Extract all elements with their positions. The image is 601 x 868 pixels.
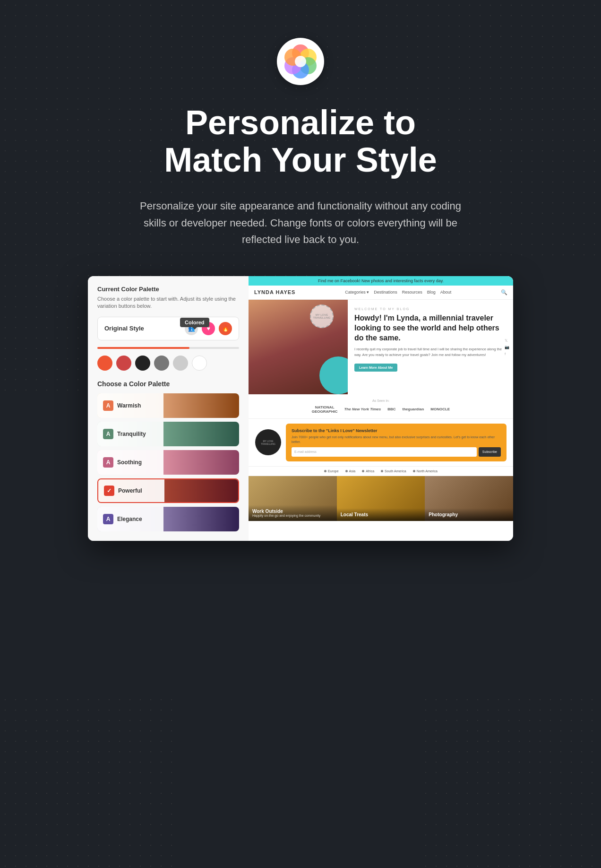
swatch-red2[interactable] — [116, 356, 131, 371]
blog-card-photography[interactable]: Photography — [425, 476, 513, 521]
app-logo — [277, 38, 324, 85]
email-input[interactable]: E-mail address — [292, 447, 477, 457]
announcement-bar: Find me on Facebook! New photos and inte… — [249, 276, 513, 286]
hero-image: MY LOVE TRAVELLING — [249, 300, 348, 394]
swatch-white[interactable] — [192, 356, 207, 371]
asia-dot — [345, 470, 348, 472]
welcome-label: WELCOME TO MY BLOG — [354, 307, 507, 311]
hero-text: WELCOME TO MY BLOG Howdy! I'm Lynda, a m… — [348, 300, 513, 394]
card-overlay-2: Local Treats — [337, 508, 425, 521]
nav-resources[interactable]: Resources — [402, 290, 422, 295]
soothing-name: Soothing — [117, 459, 142, 466]
style-name: Original Style — [104, 325, 144, 332]
newsletter-badge: MY LOVE TRAVELLING — [255, 429, 281, 455]
swatch-black[interactable] — [135, 356, 150, 371]
blog-card-local-treats[interactable]: Local Treats — [337, 476, 425, 521]
region-north-america[interactable]: North America — [413, 469, 438, 473]
hero-paragraph: I recently quit my corporate job to trav… — [354, 347, 507, 357]
warmish-name: Warmish — [117, 402, 141, 409]
blog-cards: Work Outside Happily on-the-go and enjoy… — [249, 476, 513, 521]
nav-about[interactable]: About — [440, 290, 452, 295]
card-overlay-1: Work Outside Happily on-the-go and enjoy… — [249, 505, 337, 521]
newsletter-section: MY LOVE TRAVELLING Subscribe to the "Lin… — [249, 419, 513, 467]
south-america-dot — [381, 470, 383, 472]
instagram-icon[interactable]: 📷 — [505, 345, 509, 349]
swatch-gray[interactable] — [154, 356, 169, 371]
africa-dot — [362, 470, 364, 472]
blog-nav-links: Categories ▾ Destinations Resources Blog… — [345, 290, 451, 295]
panel-subtitle: Choose a color palette to start with. Ad… — [97, 295, 239, 310]
elegance-letter: A — [103, 514, 113, 524]
card-title-3: Photography — [429, 512, 509, 517]
north-america-dot — [413, 470, 415, 472]
as-seen-label: As Seen In: — [255, 399, 507, 402]
card-title-1: Work Outside — [252, 509, 333, 514]
progress-bar — [97, 347, 239, 349]
newsletter-form: E-mail address Subscribe — [292, 447, 501, 457]
sub-text: Personalize your site appearance and fun… — [135, 198, 466, 248]
europe-dot — [324, 470, 326, 472]
stamp-overlay: MY LOVE TRAVELLING — [310, 304, 334, 328]
region-africa[interactable]: Africa — [362, 469, 374, 473]
tranquility-name: Tranquility — [117, 431, 146, 437]
palette-item-elegance[interactable]: A Elegance — [97, 507, 239, 531]
palette-item-warmish[interactable]: A Warmish — [97, 393, 239, 418]
swatch-light[interactable] — [173, 356, 188, 371]
newsletter-text: Join 7000+ people who get not only notif… — [292, 435, 501, 444]
powerful-checkmark: ✓ — [104, 486, 114, 496]
card-overlay-3: Photography — [425, 508, 513, 521]
facebook-icon[interactable]: f — [505, 351, 509, 356]
warmish-label: A Warmish — [97, 393, 163, 418]
style-selector[interactable]: Original Style 👥 ♥ 🔥 — [97, 317, 239, 340]
newsletter-title: Subscribe to the "Links I Love" Newslett… — [292, 428, 501, 433]
swatch-red1[interactable] — [97, 356, 112, 371]
cta-button[interactable]: Learn More About Me — [354, 364, 397, 372]
progress-fill — [97, 347, 189, 349]
blog-nav: LYNDA HAYES Categories ▾ Destinations Re… — [249, 286, 513, 300]
soothing-letter: A — [103, 457, 113, 468]
nav-destinations[interactable]: Destinations — [374, 290, 397, 295]
right-panel: Find me on Facebook! New photos and inte… — [249, 276, 513, 541]
hero-heading: Howdy! I'm Lynda, a millennial traveler … — [354, 313, 507, 343]
fire-icon-btn[interactable]: 🔥 — [219, 322, 232, 335]
left-panel: Current Color Palette Choose a color pal… — [88, 276, 249, 541]
powerful-label: ✓ Powerful — [98, 479, 164, 502]
palette-item-powerful[interactable]: ✓ Powerful — [97, 478, 239, 503]
tranquility-label: A Tranquility — [97, 422, 163, 446]
region-asia[interactable]: Asia — [345, 469, 356, 473]
palette-item-tranquility[interactable]: A Tranquility — [97, 422, 239, 446]
guardian-logo: theguardian — [403, 407, 424, 411]
elegance-label: A Elegance — [97, 507, 163, 531]
ui-screenshot: Current Color Palette Choose a color pal… — [88, 276, 513, 541]
monocle-logo: MONOCLE — [430, 407, 450, 411]
nav-blog[interactable]: Blog — [427, 290, 436, 295]
newsletter-content: Subscribe to the "Links I Love" Newslett… — [286, 424, 507, 461]
twitter-icon[interactable]: 𝕏 — [505, 338, 509, 342]
as-seen-in: As Seen In: NATIONALGEOGRAPHIC The New Y… — [249, 394, 513, 419]
region-tabs: Europe Asia Africa South America North A… — [249, 467, 513, 476]
colored-tooltip: Colored — [180, 318, 209, 327]
region-europe[interactable]: Europe — [324, 469, 339, 473]
svg-point-6 — [295, 56, 306, 67]
region-south-america[interactable]: South America — [381, 469, 406, 473]
subscribe-button[interactable]: Subscribe — [479, 447, 501, 457]
search-icon[interactable]: 🔍 — [501, 289, 507, 295]
palette-item-soothing[interactable]: A Soothing — [97, 450, 239, 475]
blog-card-work-outside[interactable]: Work Outside Happily on-the-go and enjoy… — [249, 476, 337, 521]
choose-palette-title: Choose a Color Palette — [97, 380, 239, 388]
media-logos: NATIONALGEOGRAPHIC The New York Times BB… — [255, 405, 507, 414]
nav-categories[interactable]: Categories ▾ — [345, 290, 369, 295]
bbc-logo: BBC — [387, 407, 395, 411]
blog-logo: LYNDA HAYES — [254, 289, 295, 295]
panel-title: Current Color Palette — [97, 286, 239, 293]
nyt-logo: The New York Times — [344, 407, 381, 411]
card-title-2: Local Treats — [341, 512, 421, 517]
color-swatches — [97, 356, 239, 371]
elegance-name: Elegance — [117, 516, 142, 522]
powerful-name: Powerful — [118, 487, 142, 494]
nat-geo-logo: NATIONALGEOGRAPHIC — [312, 405, 338, 414]
blog-hero: MY LOVE TRAVELLING WELCOME TO MY BLOG Ho… — [249, 300, 513, 394]
dot-pattern-bottom-right — [421, 694, 601, 868]
main-heading: Personalize to Match Your Style — [164, 104, 437, 179]
dot-pattern-bottom-left — [0, 694, 180, 868]
